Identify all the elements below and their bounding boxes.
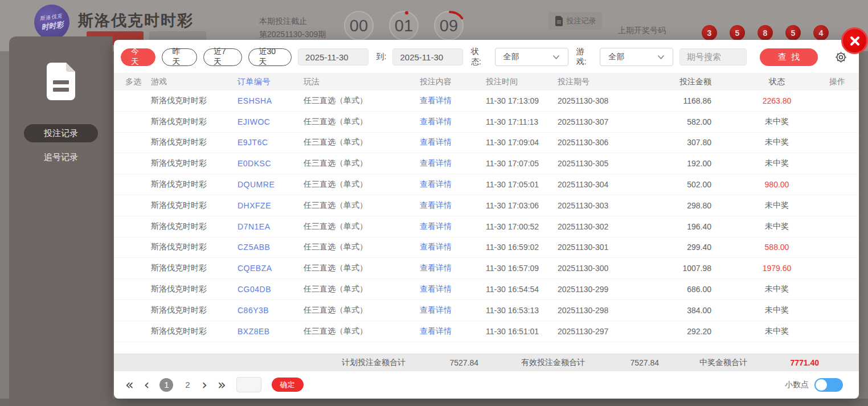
issue-search-input[interactable]: 期号搜索: [679, 48, 747, 65]
plan-total-label: 计划投注金额合计: [342, 358, 406, 368]
table-row: 斯洛伐克时时彩DQUMRE任三直选（单式）查看详情11-30 17:05:012…: [114, 174, 859, 195]
bet-time-cell: 11-30 17:13:09: [486, 96, 558, 105]
dimmed-page-footer: [0, 399, 868, 406]
order-id-link[interactable]: C86Y3B: [238, 306, 304, 315]
decimal-toggle[interactable]: [814, 378, 843, 392]
view-details-link[interactable]: 查看详情: [420, 263, 486, 273]
last-page-button[interactable]: »: [218, 379, 226, 391]
date-to-input[interactable]: 2025-11-30: [392, 48, 463, 65]
decimal-label: 小数点: [785, 380, 809, 390]
status-cell: 未中奖: [740, 158, 814, 169]
view-details-link[interactable]: 查看详情: [420, 158, 486, 169]
period-label: 第20251130-309期: [259, 28, 326, 41]
bet-amount-cell: 384.00: [650, 306, 740, 315]
order-id-link[interactable]: E9JT6C: [238, 138, 304, 147]
bet-records-button-label: 投注记录: [567, 16, 596, 26]
prev-page-button[interactable]: ‹: [144, 379, 150, 391]
order-id-link[interactable]: CG04DB: [238, 285, 304, 294]
sidebar-item-bet-records[interactable]: 投注记录: [24, 124, 98, 142]
status-cell: 未中奖: [740, 284, 814, 294]
view-details-link[interactable]: 查看详情: [420, 200, 486, 211]
status-cell: 2263.80: [740, 96, 814, 105]
order-id-link[interactable]: EJIWOC: [238, 117, 304, 126]
play-type-cell: 任三直选（单式）: [304, 326, 420, 337]
countdown-minutes-progress-arc: [389, 11, 421, 43]
bet-amount-cell: 1007.98: [650, 264, 740, 273]
pagination-bar: « ‹ 12 › » 确定 小数点: [114, 372, 859, 397]
logo-text-big: 时时彩: [40, 19, 64, 32]
quick-filter-group: 今天昨天近7天近30天: [121, 48, 292, 66]
plan-total-value: 7527.84: [406, 358, 478, 367]
play-type-cell: 任三直选（单式）: [304, 305, 420, 315]
quick-filter-button[interactable]: 近7天: [203, 48, 243, 66]
next-page-button[interactable]: ›: [202, 379, 207, 391]
settings-gear-icon[interactable]: [834, 51, 847, 64]
column-header: 操作: [814, 77, 847, 87]
column-header: 投注金额: [650, 77, 740, 87]
view-details-link[interactable]: 查看详情: [420, 305, 486, 315]
bet-time-cell: 11-30 16:59:02: [486, 243, 558, 252]
date-from-input[interactable]: 2025-11-30: [298, 48, 369, 65]
sidebar-items: 投注记录追号记录: [24, 100, 98, 166]
first-page-button[interactable]: «: [125, 379, 134, 391]
page-number-group: 12: [159, 378, 191, 392]
bet-amount-cell: 582.00: [650, 117, 740, 126]
game-select[interactable]: 全部: [600, 48, 673, 66]
bet-period-cell: 20251130-299: [558, 285, 650, 294]
play-type-cell: 任三直选（单式）: [304, 263, 420, 273]
table-row: 斯洛伐克时时彩E0DKSC任三直选（单式）查看详情11-30 17:07:052…: [114, 153, 859, 174]
view-details-link[interactable]: 查看详情: [420, 179, 486, 190]
last-draw-label: 上期开奖号码: [618, 26, 666, 36]
find-button[interactable]: 查找: [760, 48, 818, 66]
draw-ball: 4: [813, 25, 829, 40]
view-details-link[interactable]: 查看详情: [420, 222, 486, 232]
quick-filter-button[interactable]: 今天: [121, 48, 155, 66]
status-label: 状态:: [471, 47, 489, 67]
sidebar-item-chase-records[interactable]: 追号记录: [24, 148, 98, 166]
order-id-link[interactable]: BXZ8EB: [238, 327, 304, 336]
quick-filter-button[interactable]: 近30天: [248, 48, 292, 66]
bet-amount-cell: 292.20: [650, 327, 740, 336]
status-select[interactable]: 全部: [495, 48, 568, 66]
order-id-link[interactable]: E0DKSC: [238, 159, 304, 168]
deadline-label: 本期投注截止: [259, 15, 326, 28]
win-total-label: 中奖金额合计: [699, 358, 747, 368]
view-details-link[interactable]: 查看详情: [420, 137, 486, 147]
view-details-link[interactable]: 查看详情: [420, 326, 486, 337]
bet-period-cell: 20251130-306: [558, 138, 650, 147]
status-cell: 未中奖: [740, 326, 814, 337]
view-details-link[interactable]: 查看详情: [420, 117, 486, 127]
toggle-knob: [816, 379, 827, 391]
order-id-link[interactable]: CZ5ABB: [238, 243, 304, 252]
view-details-link[interactable]: 查看详情: [420, 96, 486, 106]
close-icon: [849, 35, 861, 47]
column-header: 玩法: [304, 77, 420, 87]
quick-filter-button[interactable]: 昨天: [162, 48, 196, 66]
order-id-link[interactable]: D7N1EA: [238, 222, 304, 231]
valid-total-value: 7527.84: [585, 358, 659, 367]
bet-period-cell: 20251130-305: [558, 159, 650, 168]
bet-records-button[interactable]: 投注记录: [548, 12, 602, 30]
view-details-link[interactable]: 查看详情: [420, 242, 486, 252]
order-id-link[interactable]: DHXFZE: [238, 201, 304, 210]
page-jump-input[interactable]: [236, 377, 261, 392]
draw-ball: 3: [702, 25, 717, 40]
order-id-link[interactable]: DQUMRE: [238, 180, 304, 189]
bet-amount-cell: 1168.86: [650, 96, 740, 105]
bet-time-cell: 11-30 16:57:09: [486, 264, 558, 273]
page-number-1[interactable]: 1: [159, 378, 173, 392]
table-header-row: 多选游戏订单编号玩法投注内容投注时间投注期号投注金额状态操作: [114, 73, 859, 91]
page-jump-confirm-button[interactable]: 确定: [272, 378, 304, 392]
order-id-link[interactable]: ESHSHA: [238, 96, 304, 105]
page-number-2[interactable]: 2: [183, 380, 191, 389]
bet-period-cell: 20251130-297: [558, 327, 650, 336]
view-details-link[interactable]: 查看详情: [420, 284, 486, 294]
bet-time-cell: 11-30 17:05:01: [486, 180, 558, 189]
status-cell: 未中奖: [740, 117, 814, 127]
close-modal-button[interactable]: [841, 27, 868, 54]
column-header: 投注内容: [420, 77, 486, 87]
order-id-link[interactable]: CQEBZA: [238, 264, 304, 273]
document-icon: [555, 16, 563, 26]
countdown-hours: 00: [344, 11, 376, 43]
column-header: 投注时间: [486, 77, 558, 87]
